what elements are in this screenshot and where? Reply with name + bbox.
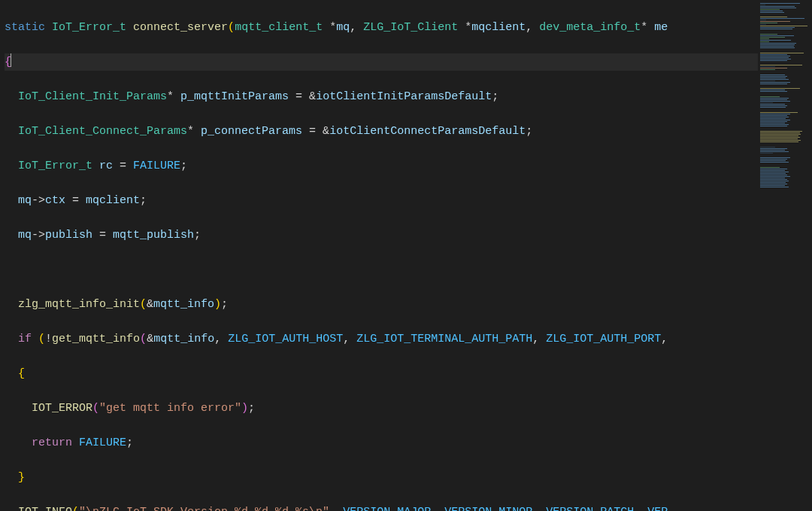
identifier: mq [18,229,32,242]
constant: VER [647,506,668,511]
macro-call: IOT_INFO [18,506,72,511]
code-line[interactable]: mq->ctx = mqclient; [5,192,758,209]
type: mqtt_client_t [235,21,323,34]
constant: VERSION_MAJOR [343,506,431,511]
code-line[interactable]: return FAILURE; [5,434,758,452]
function-call: get_mqtt_info [52,333,140,345]
constant: VERSION_MINOR [444,506,532,511]
constant: VERSION_PATCH [546,506,634,511]
constant: ZLG_IOT_TERMINAL_AUTH_PATH [356,333,532,345]
identifier: iotClientConnectParamsDefault [329,125,526,138]
param: mqclient [471,21,526,34]
identifier: rc [99,160,113,172]
identifier: mqtt_info [153,333,214,345]
code-line-active[interactable]: { [5,53,758,71]
code-line[interactable]: if (!get_mqtt_info(&mqtt_info, ZLG_IOT_A… [5,330,758,348]
identifier: p_connectParams [201,125,302,138]
identifier: mqclient [86,194,140,207]
code-line[interactable]: IoT_Client_Init_Params* p_mqttInitParams… [5,88,758,105]
type: dev_meta_info_t [539,21,641,34]
constant: FAILURE [133,160,180,172]
identifier: p_mqttInitParams [180,90,289,103]
text-cursor [11,53,11,67]
code-line[interactable]: static IoT_Error_t connect_server(mqtt_c… [5,19,758,36]
code-line[interactable]: IoT_Client_Connect_Params* p_connectPara… [5,123,758,140]
type: ZLG_IoT_Client [363,21,458,34]
code-line[interactable]: IOT_INFO("\nZLG IoT SDK Version %d.%d.%d… [5,503,758,511]
field: ctx [45,194,65,207]
function-call: zlg_mqtt_info_init [18,298,140,311]
type: IoT_Error_t [52,21,126,34]
macro-call: IOT_ERROR [32,402,92,415]
code-line[interactable]: zlg_mqtt_info_init(&mqtt_info); [5,296,758,313]
type: IoT_Client_Init_Params [18,90,167,103]
identifier: mq [18,194,32,207]
keyword-static: static [5,21,45,34]
keyword-if: if [18,333,32,345]
minimap[interactable] [758,0,812,511]
identifier: mqtt_publish [113,229,194,242]
code-line[interactable]: { [5,365,758,382]
param: mq [336,21,350,34]
code-line[interactable] [5,261,758,278]
identifier: mqtt_info [153,298,214,311]
constant: FAILURE [79,436,126,449]
function-name: connect_server [133,21,228,34]
type: IoT_Client_Connect_Params [18,125,187,138]
code-line[interactable]: IoT_Error_t rc = FAILURE; [5,157,758,175]
constant: ZLG_IOT_AUTH_HOST [228,333,343,345]
code-editor[interactable]: static IoT_Error_t connect_server(mqtt_c… [0,0,758,511]
identifier: iotClientInitParamsDefault [316,90,492,103]
string-literal: "get mqtt info error" [99,402,241,415]
string-literal: "\nZLG IoT SDK Version %d.%d.%d-%s\n" [79,506,329,511]
field: publish [45,229,92,242]
keyword-return: return [32,436,72,449]
constant: ZLG_IOT_AUTH_PORT [546,333,661,345]
code-line[interactable]: } [5,469,758,486]
code-line[interactable]: mq->publish = mqtt_publish; [5,227,758,244]
code-line[interactable]: IOT_ERROR("get mqtt info error"); [5,400,758,417]
param: me [654,21,668,34]
type: IoT_Error_t [18,160,92,172]
